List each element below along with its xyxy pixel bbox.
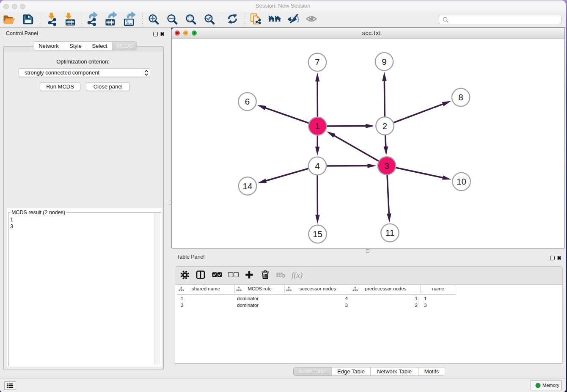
svg-text:11: 11 (385, 228, 394, 237)
svg-text:10: 10 (457, 177, 466, 186)
svg-text:15: 15 (313, 229, 322, 239)
svg-text:3: 3 (384, 161, 389, 171)
svg-text:6: 6 (245, 97, 250, 106)
svg-text:14: 14 (243, 181, 253, 191)
svg-text:4: 4 (315, 161, 319, 171)
svg-text:8: 8 (458, 92, 463, 102)
svg-text:7: 7 (315, 57, 319, 67)
svg-text:9: 9 (382, 57, 386, 66)
svg-text:1: 1 (315, 121, 320, 131)
svg-text:2: 2 (383, 121, 387, 131)
svg-text:f(x): f(x) (292, 271, 303, 280)
